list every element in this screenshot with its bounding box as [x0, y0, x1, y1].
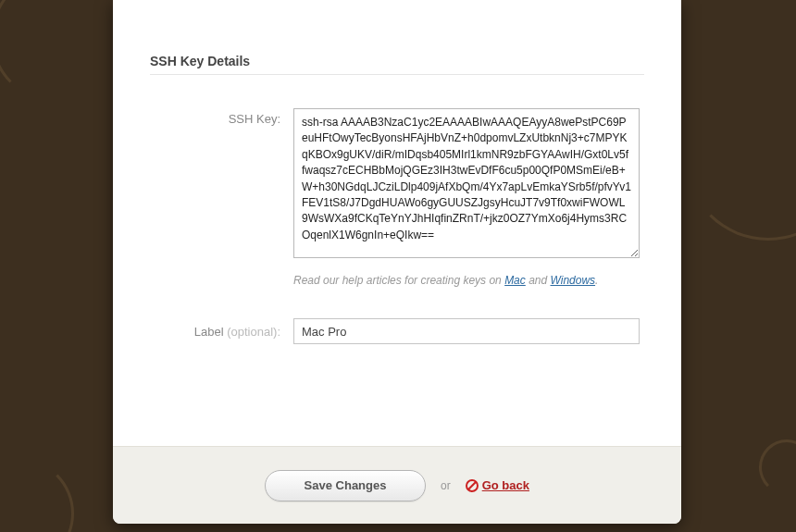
section-title: SSH Key Details [150, 54, 644, 75]
label-field-label: Label (optional): [150, 325, 293, 339]
prohibited-icon [466, 479, 479, 492]
ssh-key-textarea[interactable] [293, 108, 640, 258]
ssh-key-label: SSH Key: [150, 108, 293, 126]
help-link-mac[interactable]: Mac [504, 274, 526, 287]
help-suffix: . [595, 274, 598, 287]
label-row: Label (optional): [150, 318, 644, 344]
bg-decoration [0, 458, 74, 532]
ssh-key-field-wrap: Read our help articles for creating keys… [293, 108, 644, 287]
go-back-text: Go back [482, 478, 529, 492]
help-text: Read our help articles for creating keys… [293, 274, 644, 287]
panel-footer: Save Changes or Go back [113, 446, 681, 524]
label-input[interactable] [293, 318, 640, 344]
label-text: Label [194, 325, 227, 339]
label-optional: (optional): [227, 325, 280, 339]
label-field-wrap [293, 318, 644, 344]
bg-decoration [0, 0, 120, 102]
bg-decoration [759, 439, 796, 495]
help-and: and [526, 274, 551, 287]
or-text: or [441, 479, 451, 492]
help-link-windows[interactable]: Windows [551, 274, 596, 287]
help-prefix: Read our help articles for creating keys… [293, 274, 504, 287]
bg-decoration [685, 74, 796, 241]
save-button[interactable]: Save Changes [265, 470, 426, 501]
panel-content: SSH Key Details SSH Key: Read our help a… [113, 0, 681, 344]
main-panel: SSH Key Details SSH Key: Read our help a… [113, 0, 681, 524]
go-back-link[interactable]: Go back [466, 478, 529, 492]
ssh-key-row: SSH Key: Read our help articles for crea… [150, 108, 644, 287]
